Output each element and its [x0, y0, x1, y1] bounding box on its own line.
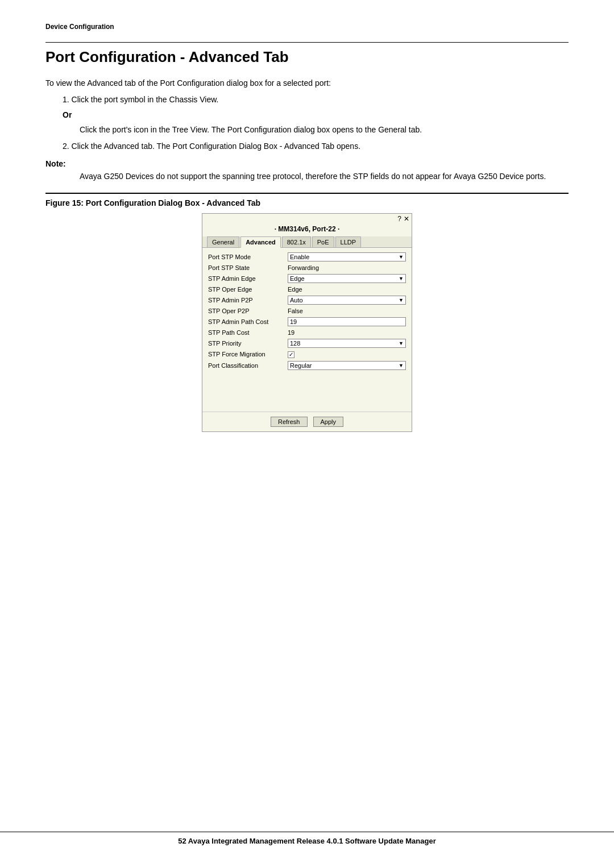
- step1-text: 1. Click the port symbol in the Chassis …: [63, 94, 569, 106]
- step2-text: 2. Click the Advanced tab. The Port Conf…: [63, 140, 569, 152]
- tab-advanced[interactable]: Advanced: [240, 236, 281, 248]
- value-stp-oper-p2p: False: [288, 308, 406, 314]
- tab-poe[interactable]: PoE: [312, 236, 334, 247]
- breadcrumb: Device Configuration: [45, 23, 569, 31]
- select-port-classification[interactable]: Regular ▼: [288, 361, 406, 370]
- dialog-titlebar: ? ✕: [202, 214, 412, 224]
- row-stp-oper-edge: STP Oper Edge Edge: [208, 286, 406, 293]
- chevron-down-icon: ▼: [399, 363, 404, 368]
- row-stp-oper-p2p: STP Oper P2P False: [208, 308, 406, 314]
- dialog-tabs: General Advanced 802.1x PoE LLDP: [202, 236, 412, 248]
- figure-title: Figure 15: Port Configuration Dialog Box…: [45, 193, 569, 207]
- value-stp-admin-edge: Edge ▼: [288, 274, 406, 283]
- row-stp-force-migration: STP Force Migration ✓: [208, 351, 406, 358]
- label-stp-admin-path-cost: STP Admin Path Cost: [208, 318, 288, 325]
- value-port-classification: Regular ▼: [288, 361, 406, 370]
- row-port-classification: Port Classification Regular ▼: [208, 361, 406, 370]
- value-stp-oper-edge: Edge: [288, 286, 406, 293]
- page-title: Port Configuration - Advanced Tab: [45, 48, 569, 66]
- row-stp-admin-path-cost: STP Admin Path Cost 19: [208, 317, 406, 326]
- dialog-container: ? ✕ · MM314v6, Port-22 · General Advance…: [45, 213, 569, 432]
- tab-8021x[interactable]: 802.1x: [282, 236, 311, 247]
- value-stp-admin-p2p: Auto ▼: [288, 296, 406, 305]
- value-port-stp-mode: Enable ▼: [288, 252, 406, 261]
- label-stp-oper-p2p: STP Oper P2P: [208, 308, 288, 314]
- row-stp-admin-edge: STP Admin Edge Edge ▼: [208, 274, 406, 283]
- value-stp-force-migration: ✓: [288, 351, 406, 358]
- label-stp-path-cost: STP Path Cost: [208, 329, 288, 336]
- label-port-classification: Port Classification: [208, 362, 288, 369]
- or-text: Click the port's icon in the Tree View. …: [80, 124, 569, 136]
- row-stp-priority: STP Priority 128 ▼: [208, 339, 406, 348]
- note-text: Avaya G250 Devices do not support the sp…: [80, 171, 569, 182]
- value-port-stp-state: Forwarding: [288, 264, 406, 271]
- value-stp-path-cost: 19: [288, 329, 406, 336]
- label-stp-oper-edge: STP Oper Edge: [208, 286, 288, 293]
- label-port-stp-state: Port STP State: [208, 264, 288, 271]
- label-stp-force-migration: STP Force Migration: [208, 351, 288, 358]
- checkbox-stp-force-migration[interactable]: ✓: [288, 351, 294, 358]
- select-stp-admin-p2p[interactable]: Auto ▼: [288, 296, 406, 305]
- help-icon[interactable]: ?: [397, 215, 401, 223]
- note-label: Note:: [45, 159, 569, 168]
- select-stp-priority[interactable]: 128 ▼: [288, 339, 406, 348]
- dialog-content: Port STP Mode Enable ▼ Port STP State Fo…: [202, 248, 412, 412]
- or-label: Or: [63, 110, 569, 119]
- label-port-stp-mode: Port STP Mode: [208, 254, 288, 260]
- dialog-box: ? ✕ · MM314v6, Port-22 · General Advance…: [202, 213, 412, 432]
- label-stp-priority: STP Priority: [208, 340, 288, 347]
- value-stp-admin-path-cost: 19: [288, 317, 406, 326]
- page-footer: 52 Avaya Integrated Management Release 4…: [0, 832, 614, 845]
- chevron-down-icon: ▼: [399, 254, 404, 260]
- row-port-stp-mode: Port STP Mode Enable ▼: [208, 252, 406, 261]
- dialog-footer: Refresh Apply: [202, 412, 412, 431]
- chevron-down-icon: ▼: [399, 276, 404, 281]
- tab-lldp[interactable]: LLDP: [335, 236, 362, 247]
- label-stp-admin-edge: STP Admin Edge: [208, 275, 288, 282]
- dialog-title: · MM314v6, Port-22 ·: [202, 224, 412, 236]
- intro-text: To view the Advanced tab of the Port Con…: [45, 77, 569, 89]
- apply-button[interactable]: Apply: [313, 417, 344, 427]
- value-stp-priority: 128 ▼: [288, 339, 406, 348]
- select-stp-admin-edge[interactable]: Edge ▼: [288, 274, 406, 283]
- select-port-stp-mode[interactable]: Enable ▼: [288, 252, 406, 261]
- close-icon[interactable]: ✕: [404, 215, 409, 223]
- tab-general[interactable]: General: [207, 236, 239, 247]
- row-stp-admin-p2p: STP Admin P2P Auto ▼: [208, 296, 406, 305]
- input-stp-admin-path-cost[interactable]: 19: [288, 317, 406, 326]
- refresh-button[interactable]: Refresh: [271, 417, 308, 427]
- label-stp-admin-p2p: STP Admin P2P: [208, 297, 288, 304]
- chevron-down-icon: ▼: [399, 340, 404, 346]
- chevron-down-icon: ▼: [399, 297, 404, 303]
- row-stp-path-cost: STP Path Cost 19: [208, 329, 406, 336]
- row-port-stp-state: Port STP State Forwarding: [208, 264, 406, 271]
